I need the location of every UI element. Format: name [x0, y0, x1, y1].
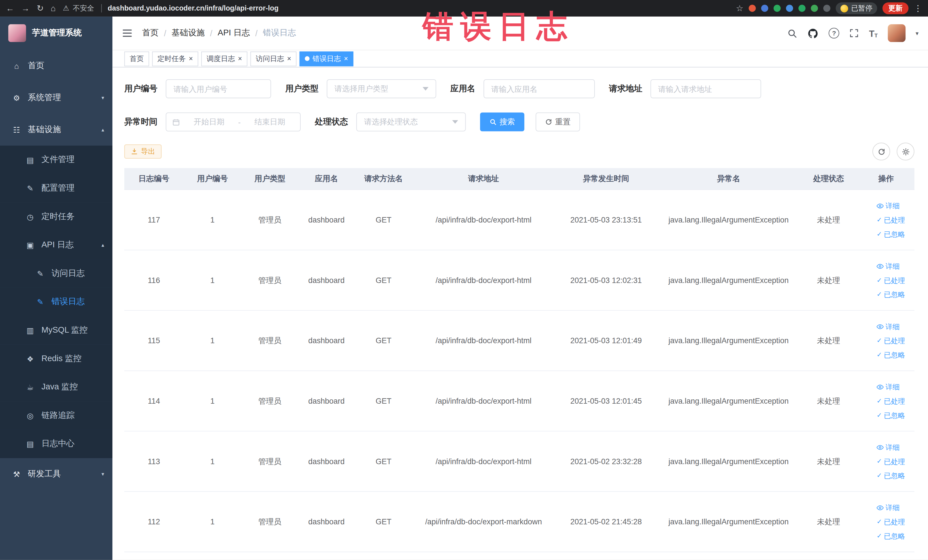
log-center-icon: ▤	[25, 439, 35, 448]
check-icon: ✓	[877, 229, 882, 239]
forward-icon[interactable]: →	[21, 3, 30, 13]
tab-schedule-log[interactable]: 调度日志 ×	[201, 51, 247, 66]
breadcrumb-item-2[interactable]: API 日志	[218, 28, 250, 38]
sidebar-item-api-log[interactable]: ▣ API 日志 ▴	[0, 231, 112, 259]
check-icon: ✓	[877, 290, 882, 299]
action-processed[interactable]: ✓ 已处理	[877, 215, 905, 225]
process-status-select[interactable]: 请选择处理状态	[356, 112, 466, 131]
user-type-select[interactable]: 请选择用户类型	[327, 79, 436, 98]
paused-profile-badge[interactable]: 已暂停	[836, 2, 877, 14]
action-detail[interactable]: 详细	[877, 442, 900, 452]
sidebar-item-dev-tools[interactable]: ⚒ 研发工具 ▾	[0, 458, 112, 490]
font-size-icon[interactable]: TT	[869, 28, 878, 38]
hamburger-icon[interactable]	[122, 28, 132, 38]
search-icon[interactable]	[788, 28, 797, 38]
tab-access-log[interactable]: 访问日志 ×	[250, 51, 297, 66]
action-ignored[interactable]: ✓ 已忽略	[877, 531, 905, 541]
reload-icon[interactable]: ↻	[37, 3, 44, 13]
action-ignored[interactable]: ✓ 已忽略	[877, 470, 905, 481]
request-url-input[interactable]	[650, 79, 761, 98]
close-icon[interactable]: ×	[238, 55, 242, 62]
sidebar-item-home[interactable]: ⌂ 首页	[0, 50, 112, 82]
sidebar-item-log-center[interactable]: ▤ 日志中心	[0, 430, 112, 458]
cell-app-name: dashboard	[298, 250, 355, 310]
extension-red-icon[interactable]	[749, 5, 756, 12]
close-icon[interactable]: ×	[287, 55, 291, 62]
back-icon[interactable]: ←	[6, 3, 14, 13]
chevron-down-icon: ▾	[102, 95, 104, 101]
action-processed[interactable]: ✓ 已处理	[877, 396, 905, 406]
security-indicator[interactable]: ⚠ 不安全	[63, 3, 94, 13]
help-icon[interactable]: ?	[829, 28, 839, 38]
close-icon[interactable]: ×	[344, 55, 348, 62]
cell-time: 2021-05-03 12:01:45	[554, 371, 658, 431]
sidebar-item-mysql-monitor[interactable]: ▥ MySQL 监控	[0, 316, 112, 345]
tab-scheduled-tasks[interactable]: 定时任务 ×	[152, 51, 198, 66]
github-icon[interactable]	[807, 27, 819, 38]
breadcrumb-item-1[interactable]: 基础设施	[171, 28, 205, 38]
sidebar-item-infrastructure[interactable]: ☷ 基础设施 ▴	[0, 113, 112, 145]
extension-blue-icon[interactable]	[761, 5, 768, 12]
action-ignored[interactable]: ✓ 已忽略	[877, 289, 905, 299]
tab-home[interactable]: 首页	[124, 51, 149, 66]
end-date-placeholder: 结束日期	[245, 117, 294, 127]
chevron-down-icon	[452, 120, 458, 124]
breadcrumb-item-0[interactable]: 首页	[142, 28, 159, 38]
sidebar-item-java-monitor[interactable]: ☕ Java 监控	[0, 373, 112, 401]
action-processed[interactable]: ✓ 已处理	[877, 516, 905, 527]
extension-on-badge-icon[interactable]	[798, 5, 806, 12]
column-settings-button[interactable]	[897, 143, 914, 160]
home-icon[interactable]: ⌂	[51, 3, 56, 13]
action-ignored[interactable]: ✓ 已忽略	[877, 349, 905, 360]
chrome-update-button[interactable]: 更新	[882, 2, 908, 14]
sidebar-item-system-management[interactable]: ⚙ 系统管理 ▾	[0, 82, 112, 113]
security-label: 不安全	[73, 3, 94, 13]
sidebar-item-redis-monitor[interactable]: ❖ Redis 监控	[0, 344, 112, 373]
export-button[interactable]: 导出	[124, 144, 162, 159]
column-header-2: 用户类型	[241, 168, 298, 189]
tab-error-log[interactable]: 错误日志 ×	[299, 51, 353, 66]
cell-actions: 详细 ✓ 已处理 ✓ 已忽略	[858, 371, 914, 431]
action-detail[interactable]: 详细	[877, 321, 900, 332]
fullscreen-icon[interactable]	[850, 29, 859, 38]
app-name-input[interactable]	[484, 79, 595, 98]
refresh-table-button[interactable]	[872, 143, 890, 160]
chrome-menu-icon[interactable]: ⋮	[914, 3, 922, 13]
page-content: 用户编号 用户类型 请选择用户类型 应用名	[112, 68, 928, 560]
extension-grid-icon[interactable]	[786, 5, 793, 12]
user-avatar[interactable]	[888, 24, 905, 42]
avatar-caret-down-icon[interactable]: ▾	[916, 30, 918, 37]
extension-dark-icon[interactable]	[823, 5, 830, 12]
extension-green-check-icon[interactable]	[774, 5, 781, 12]
cell-user-id: 1	[183, 371, 241, 431]
action-detail[interactable]: 详细	[877, 502, 900, 513]
reset-button[interactable]: 重置	[536, 112, 580, 131]
bookmark-star-icon[interactable]: ☆	[736, 3, 743, 13]
exception-time-range-picker[interactable]: 开始日期 - 结束日期	[166, 112, 301, 131]
sidebar-item-scheduled-tasks[interactable]: ◷ 定时任务	[0, 203, 112, 231]
sidebar-item-file-management[interactable]: ▤ 文件管理	[0, 145, 112, 174]
action-detail[interactable]: 详细	[877, 261, 900, 271]
address-bar[interactable]: dashboard.yudao.iocoder.cn/infra/log/api…	[101, 4, 279, 12]
search-button[interactable]: 搜索	[480, 112, 525, 131]
sidebar-item-error-log[interactable]: ✎ 错误日志	[0, 288, 112, 316]
extension-leaf-icon[interactable]	[811, 5, 818, 12]
cell-status: 未处理	[800, 190, 858, 250]
chevron-down-icon	[423, 87, 429, 90]
action-processed[interactable]: ✓ 已处理	[877, 335, 905, 346]
action-detail[interactable]: 详细	[877, 381, 900, 392]
sidebar-item-access-log[interactable]: ✎ 访问日志	[0, 259, 112, 288]
sidebar-item-config-management[interactable]: ✎ 配置管理	[0, 174, 112, 203]
user-id-input[interactable]	[166, 79, 271, 98]
sidebar-logo[interactable]: 芋道管理系统	[0, 17, 112, 50]
sidebar-item-trace[interactable]: ◎ 链路追踪	[0, 401, 112, 430]
user-type-label: 用户类型	[285, 84, 318, 94]
action-ignored[interactable]: ✓ 已忽略	[877, 229, 905, 240]
close-icon[interactable]: ×	[189, 55, 193, 62]
column-header-1: 用户编号	[183, 168, 241, 189]
action-processed[interactable]: ✓ 已处理	[877, 456, 905, 467]
gear-icon: ⚙	[12, 93, 21, 102]
action-ignored[interactable]: ✓ 已忽略	[877, 410, 905, 421]
action-detail[interactable]: 详细	[877, 200, 900, 211]
action-processed[interactable]: ✓ 已处理	[877, 275, 905, 285]
